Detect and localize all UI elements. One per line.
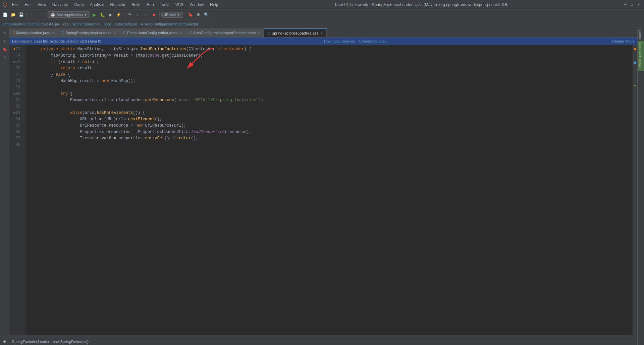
decompile-info: Decompiled .class file, bytecode version… — [12, 39, 101, 43]
debug-button[interactable]: 🐛 — [99, 11, 106, 18]
code-line-75: if (result ≠ null) { — [32, 59, 632, 65]
save-button[interactable]: 💾 — [17, 11, 25, 18]
open-button[interactable]: 📁 — [9, 11, 17, 18]
info-indicator[interactable] — [634, 85, 636, 86]
code-line-74: Map<String, List<String>> result = (Map)… — [32, 53, 632, 59]
code-line-83: while(urls.hasMoreElements()) { — [32, 110, 632, 116]
app-icon: ⬡ — [3, 1, 7, 8]
step-out-button[interactable]: ↑ — [142, 11, 150, 18]
bookmark-icon-sidebar[interactable]: 🔖 — [1, 46, 8, 53]
code-line-87: Iterator var6 = properties.entrySet().it… — [32, 135, 632, 142]
breadcrumb: spring-boot-autoconfigure-2.4.5.jar › or… — [0, 20, 644, 28]
close-tab-enable[interactable]: ✕ — [179, 31, 182, 35]
right-vertical-tabs: Maven Rebuild Quick Patch — [637, 28, 644, 345]
code-line-86: Properties properties = PropertiesLoader… — [32, 129, 632, 135]
code-line-84: URL url = (URL)urls.nextElement(); — [32, 116, 632, 123]
close-tab-factories[interactable]: ✕ — [320, 31, 323, 35]
step-over-button[interactable]: ↷ — [126, 11, 133, 18]
title-bar: ⬡ File Edit View Navigate Code Analyze R… — [0, 0, 644, 9]
editor-and-right: J MainApplication.java ✕ C SpringBootApp… — [9, 28, 644, 345]
rebuild-quick-tab[interactable]: Rebuild Quick Patch — [638, 41, 644, 71]
window-controls: ─ □ ✕ — [623, 2, 641, 7]
menu-vcs[interactable]: VCS — [173, 2, 186, 8]
menu-file[interactable]: File — [9, 2, 21, 8]
close-tab-selector[interactable]: ✕ — [258, 31, 261, 35]
code-line-77: } else { — [32, 72, 632, 78]
warning-indicator[interactable] — [634, 48, 636, 50]
breadcrumb-jar[interactable]: spring-boot-autoconfigure-2.4.5.jar — [3, 22, 59, 26]
error-indicator[interactable] — [634, 62, 636, 64]
plugins-icon[interactable]: ⊕ — [1, 338, 8, 345]
breadcrumb-class[interactable]: AutoConfigurationImportSelector — [145, 22, 198, 26]
stop-button[interactable]: ■ — [150, 11, 158, 18]
bookmark-button[interactable]: 🔖 — [187, 11, 194, 18]
breadcrumb-class-icon: ◈ — [141, 22, 144, 26]
code-line-81: Enumeration urls = classLoader.getResour… — [32, 97, 632, 104]
menu-view[interactable]: View — [35, 2, 49, 8]
line-numbers: ●73 74 ◇75 76 77 78 79 ◇80 81 82 ◇83 84 … — [9, 45, 26, 335]
download-sources-link[interactable]: Download Sources — [324, 39, 355, 43]
step-into-button[interactable]: ↓ — [134, 11, 142, 18]
settings-button[interactable]: ⚙ — [195, 11, 202, 18]
close-tab-main[interactable]: ✕ — [52, 31, 54, 35]
breadcrumb-autoconfigure[interactable]: autoconfigure — [115, 22, 137, 26]
forward-button[interactable]: → — [37, 11, 44, 18]
code-line-88 — [32, 142, 632, 148]
left-sidebar: P ≡ 🔖 ☆ ⊕ — [0, 28, 9, 345]
toolbar: 📄 📁 💾 ← → ☕ MainApplication ▼ ▶ 🐛 ▶ ⚡ ↷ … — [0, 9, 644, 20]
choose-sources-link[interactable]: Choose Sources... — [359, 39, 390, 43]
editor-container: J MainApplication.java ✕ C SpringBootApp… — [9, 28, 637, 345]
menu-edit[interactable]: Edit — [22, 2, 34, 8]
breadcrumb-org[interactable]: org — [63, 22, 68, 26]
menu-window[interactable]: Window — [187, 2, 207, 8]
breadcrumb-boot[interactable]: boot — [104, 22, 111, 26]
run-button[interactable]: ▶ — [91, 11, 98, 18]
menu-run[interactable]: Run — [144, 2, 157, 8]
new-file-button[interactable]: 📄 — [1, 11, 9, 18]
info-bar: Decompiled .class file, bytecode version… — [9, 38, 637, 45]
reader-mode-button[interactable]: Reader Mode — [612, 39, 635, 43]
code-line-80: try { — [32, 91, 632, 97]
menu-help[interactable]: Help — [207, 2, 221, 8]
profile-button[interactable]: ⚡ — [115, 11, 122, 18]
menu-code[interactable]: Code — [71, 2, 87, 8]
breadcrumb-springframework[interactable]: springframework — [72, 22, 100, 26]
menu-navigate[interactable]: Navigate — [50, 2, 71, 8]
horizontal-scrollbar[interactable] — [9, 335, 637, 338]
project-icon[interactable]: P — [1, 29, 8, 37]
close-tab-springboot[interactable]: ✕ — [113, 31, 116, 35]
menu-build[interactable]: Build — [129, 2, 143, 8]
close-button[interactable]: ✕ — [636, 2, 641, 7]
menu-analyze[interactable]: Analyze — [87, 2, 107, 8]
menu-tools[interactable]: Tools — [157, 2, 172, 8]
tab-springboot-application[interactable]: C SpringBootApplication.class ✕ — [58, 28, 119, 37]
code-area[interactable]: ●73 74 ◇75 76 77 78 79 ◇80 81 82 ◇83 84 … — [9, 45, 637, 335]
run-config-selector[interactable]: ☕ MainApplication ▼ — [48, 11, 90, 18]
code-content[interactable]: private static Map<String, List<String>>… — [26, 45, 637, 335]
minimize-button[interactable]: ─ — [623, 2, 628, 7]
back-button[interactable]: ← — [29, 11, 36, 18]
tab-main-application[interactable]: J MainApplication.java ✕ — [9, 28, 58, 37]
code-line-82 — [32, 104, 632, 110]
code-line-76: return result; — [32, 65, 632, 72]
window-title: boot-01-helloworld - SpringFactoriesLoad… — [221, 2, 623, 7]
tab-enable-auto[interactable]: C EnableAutoConfiguration.class ✕ — [120, 28, 186, 37]
search-button[interactable]: 🔍 — [203, 11, 210, 18]
breadcrumb-bottom: SpringFactoriesLoader › loadSpringFactor… — [9, 338, 637, 345]
tab-spring-factories[interactable]: C SpringFactoriesLoader.class ✕ — [264, 28, 327, 37]
run-coverage-button[interactable]: ▶ — [107, 11, 114, 18]
info-bar-actions: Download Sources Choose Sources... — [324, 39, 389, 43]
jrebel-arrow: ▼ — [177, 13, 180, 16]
jrebel-config[interactable]: JRebel ▼ — [161, 12, 183, 18]
tab-autoconfiguration-selector[interactable]: C AutoConfigurationImportSelector.class … — [186, 28, 264, 37]
favorites-icon[interactable]: ☆ — [1, 54, 8, 61]
structure-icon[interactable]: ≡ — [1, 38, 8, 45]
run-config-arrow: ▼ — [84, 13, 87, 16]
run-config-icon: ☕ — [51, 12, 55, 17]
maven-tab[interactable]: Maven — [638, 28, 644, 41]
run-config-label: MainApplication — [57, 13, 83, 17]
menu-refactor[interactable]: Refactor — [108, 2, 128, 8]
code-line-78: HashMap result = new HashMap(); — [32, 78, 632, 84]
code-line-73: private static Map<String, List<String>>… — [32, 46, 632, 53]
maximize-button[interactable]: □ — [629, 2, 635, 7]
